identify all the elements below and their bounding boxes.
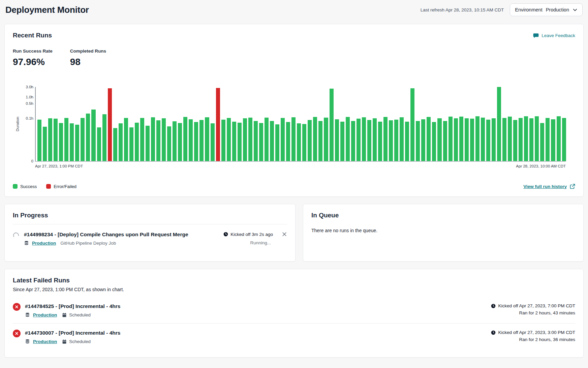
run-bar-success[interactable]: [205, 117, 209, 161]
run-bar-success[interactable]: [81, 118, 85, 161]
run-bar-success[interactable]: [313, 117, 317, 161]
run-bar-success[interactable]: [459, 117, 463, 161]
run-bar-success[interactable]: [524, 116, 528, 161]
run-bar-success[interactable]: [211, 123, 215, 161]
run-bar-success[interactable]: [410, 88, 414, 161]
run-bar-success[interactable]: [335, 119, 339, 161]
run-bar-success[interactable]: [481, 118, 485, 161]
environment-tag-link[interactable]: Production: [32, 241, 56, 246]
run-bar-success[interactable]: [330, 89, 334, 161]
run-bar-success[interactable]: [254, 121, 258, 161]
run-bar-success[interactable]: [189, 119, 193, 161]
run-bar-success[interactable]: [113, 128, 117, 161]
run-bar-success[interactable]: [475, 116, 479, 161]
run-bar-success[interactable]: [238, 123, 242, 161]
run-bar-success[interactable]: [513, 120, 517, 161]
run-bar-success[interactable]: [70, 123, 74, 161]
run-bar-success[interactable]: [508, 117, 512, 161]
run-bar-success[interactable]: [265, 118, 269, 161]
run-bar-success[interactable]: [519, 118, 523, 161]
run-bar-success[interactable]: [351, 121, 355, 161]
run-bar-success[interactable]: [286, 122, 290, 161]
run-bar-success[interactable]: [243, 118, 247, 161]
leave-feedback-link[interactable]: Leave Feedback: [533, 33, 575, 38]
run-bar-success[interactable]: [291, 117, 296, 161]
run-bar-success[interactable]: [54, 119, 58, 161]
run-bar-success[interactable]: [346, 117, 350, 161]
run-bar-success[interactable]: [259, 123, 263, 161]
run-bar-success[interactable]: [378, 122, 382, 161]
run-bar-success[interactable]: [227, 118, 231, 161]
run-bar-success[interactable]: [199, 120, 204, 161]
run-bar-success[interactable]: [340, 122, 344, 161]
environment-tag-link[interactable]: Production: [33, 339, 57, 344]
close-icon[interactable]: [282, 232, 287, 237]
run-bar-success[interactable]: [400, 117, 404, 161]
run-bar-success[interactable]: [275, 124, 279, 161]
run-bar-failed[interactable]: [216, 88, 220, 161]
run-bar-success[interactable]: [562, 118, 566, 161]
run-bar-success[interactable]: [140, 118, 144, 161]
run-bar-success[interactable]: [102, 114, 106, 161]
run-bar-success[interactable]: [167, 126, 171, 161]
run-bar-success[interactable]: [221, 120, 225, 161]
run-bar-success[interactable]: [405, 122, 409, 161]
run-bar-success[interactable]: [48, 118, 52, 161]
run-bar-success[interactable]: [546, 118, 550, 161]
run-bar-success[interactable]: [529, 118, 533, 161]
run-bar-success[interactable]: [324, 118, 328, 161]
run-bar-success[interactable]: [318, 121, 322, 161]
run-bar-failed[interactable]: [108, 88, 112, 161]
run-bar-success[interactable]: [151, 117, 155, 161]
run-bar-success[interactable]: [470, 119, 474, 161]
run-bar-success[interactable]: [540, 123, 544, 161]
run-bar-success[interactable]: [156, 120, 160, 161]
run-bar-success[interactable]: [465, 118, 469, 161]
run-bar-success[interactable]: [437, 118, 441, 161]
run-bar-success[interactable]: [194, 122, 198, 161]
run-bar-success[interactable]: [270, 121, 274, 161]
run-bar-success[interactable]: [427, 117, 431, 161]
run-bar-success[interactable]: [362, 117, 366, 161]
run-bar-success[interactable]: [59, 123, 63, 161]
run-bar-success[interactable]: [454, 118, 458, 161]
run-bar-success[interactable]: [64, 118, 68, 161]
run-bar-success[interactable]: [383, 117, 388, 161]
run-bar-success[interactable]: [97, 127, 101, 161]
run-bar-success[interactable]: [497, 87, 501, 161]
run-bar-success[interactable]: [178, 123, 182, 161]
environment-dropdown[interactable]: Environment Production: [510, 3, 583, 16]
run-bar-success[interactable]: [173, 121, 177, 161]
run-bar-success[interactable]: [281, 118, 285, 161]
run-bar-success[interactable]: [124, 118, 128, 161]
run-bar-success[interactable]: [308, 120, 312, 161]
run-bar-success[interactable]: [129, 127, 133, 161]
run-bar-success[interactable]: [297, 123, 301, 161]
run-bar-success[interactable]: [75, 125, 79, 161]
run-bar-success[interactable]: [416, 121, 420, 161]
run-bar-success[interactable]: [389, 120, 393, 161]
run-bar-success[interactable]: [421, 119, 425, 161]
run-bar-success[interactable]: [394, 120, 398, 161]
run-bar-success[interactable]: [448, 117, 453, 161]
run-bar-success[interactable]: [557, 116, 561, 161]
run-bar-success[interactable]: [232, 122, 236, 161]
run-bar-success[interactable]: [91, 110, 95, 161]
run-bar-success[interactable]: [492, 118, 496, 161]
run-bar-success[interactable]: [43, 127, 47, 161]
run-bar-success[interactable]: [535, 116, 539, 161]
run-bar-success[interactable]: [146, 126, 150, 161]
run-bar-success[interactable]: [37, 120, 41, 161]
run-bar-success[interactable]: [119, 123, 123, 161]
view-full-run-history-link[interactable]: View full run history: [523, 184, 575, 189]
run-bar-success[interactable]: [502, 118, 506, 161]
run-bar-success[interactable]: [443, 121, 447, 161]
run-bar-success[interactable]: [248, 118, 252, 161]
run-bar-success[interactable]: [183, 117, 187, 161]
run-bar-success[interactable]: [432, 122, 436, 161]
run-bar-success[interactable]: [357, 119, 361, 161]
run-bar-success[interactable]: [373, 118, 377, 161]
run-bar-success[interactable]: [302, 124, 306, 161]
run-bar-success[interactable]: [135, 123, 139, 161]
run-bar-success[interactable]: [486, 120, 490, 161]
